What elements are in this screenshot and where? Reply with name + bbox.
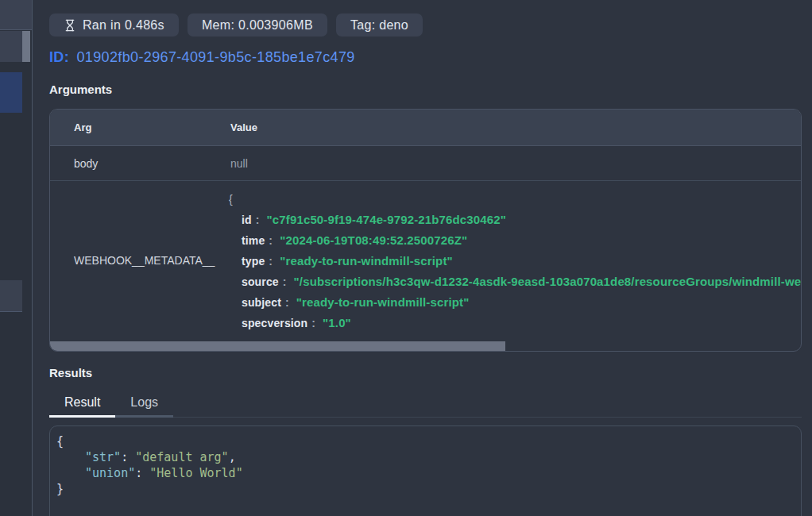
json-sep: : [121,450,135,464]
object-entry: type: "ready-to-run-windmill-script" [229,251,801,271]
json-sep: : [135,466,149,480]
table-row: WEBHOOK__METADATA__ { id: "c7f91c50-9f19… [50,181,801,340]
tag-badge-label: Tag: deno [350,18,408,33]
json-string: "Hello World" [149,466,242,480]
json-comma: , [229,450,236,464]
colon: : [252,214,264,226]
object-value: "c7f91c50-9f19-474e-9792-21b76dc30462" [267,213,506,226]
colon: : [265,255,276,268]
object-entry: subject: "ready-to-run-windmill-script" [229,292,801,313]
sidebar-top-strip [0,0,32,30]
colon: : [307,317,319,329]
tab-result[interactable]: Result [49,390,115,418]
main-panel: Ran in 0.486s Mem: 0.003906MB Tag: deno … [33,0,812,516]
object-key[interactable]: id [242,214,252,226]
json-key: "str" [85,450,121,464]
colon: : [279,275,291,288]
json-open-brace: { [56,434,64,449]
sidebar-menu-item-active[interactable] [0,72,22,113]
memory-badge-label: Mem: 0.003906MB [202,18,313,33]
arg-name: WEBHOOK__METADATA__ [50,181,221,340]
arg-value: null [221,157,801,170]
arguments-title: Arguments [49,83,112,96]
object-value: "/subscriptions/h3c3qw-d1232-4asdk-9easd… [294,275,801,288]
sidebar-scrollbar-thumb[interactable] [22,31,30,62]
object-value: "ready-to-run-windmill-script" [280,254,453,268]
value-column-header: Value [221,121,801,133]
horizontal-scrollbar-thumb[interactable] [50,341,505,351]
job-badges: Ran in 0.486s Mem: 0.003906MB Tag: deno [49,13,423,37]
runtime-badge-label: Ran in 0.486s [83,18,164,33]
job-id-value[interactable]: 01902fb0-2967-4091-9b5c-185be1e7c479 [76,49,354,65]
job-id-line: ID: 01902fb0-2967-4091-9b5c-185be1e7c479 [49,49,355,66]
hourglass-icon [64,19,76,32]
colon: : [281,296,293,309]
arg-name: body [50,157,221,170]
object-entry: id: "c7f91c50-9f19-474e-9792-21b76dc3046… [229,210,801,230]
json-string: "default arg" [135,450,228,464]
object-value: "2024-06-19T08:49:52.2500726Z" [280,233,467,247]
sidebar-menu-item-hover[interactable] [0,280,22,312]
json-key: "union" [85,466,135,480]
memory-badge: Mem: 0.003906MB [188,13,327,37]
table-row: body null [50,146,801,181]
object-key[interactable]: subject [242,296,281,309]
tag-badge: Tag: deno [336,13,423,37]
object-entry: time: "2024-06-19T08:49:52.2500726Z" [229,230,801,251]
object-viewer: { id: "c7f91c50-9f19-474e-9792-21b76dc30… [221,181,801,333]
object-value: "ready-to-run-windmill-script" [296,295,470,309]
arguments-table: Arg Value body null WEBHOOK__METADATA__ … [49,109,802,352]
object-entry: source: "/subscriptions/h3c3qw-d1232-4as… [229,271,801,292]
object-key[interactable]: source [242,275,279,288]
results-title: Results [49,366,92,379]
open-brace: { [229,189,801,210]
object-key[interactable]: specversion [242,317,307,329]
tab-logs[interactable]: Logs [115,390,173,418]
job-id-label: ID: [49,49,69,65]
arg-column-header: Arg [50,121,221,133]
object-key[interactable]: time [242,234,265,247]
json-close-brace: } [56,482,64,496]
arguments-table-header: Arg Value [50,110,801,146]
object-entry: specversion: "1.0" [229,313,801,333]
result-json-viewer[interactable]: { "str": "default arg", "union": "Hello … [49,426,802,516]
object-key[interactable]: type [242,255,265,268]
results-tabs: Result Logs [49,390,802,418]
sidebar [0,0,33,516]
horizontal-scrollbar[interactable] [50,341,801,351]
runtime-badge: Ran in 0.486s [49,13,179,37]
colon: : [265,234,276,247]
object-value: "1.0" [323,316,351,329]
